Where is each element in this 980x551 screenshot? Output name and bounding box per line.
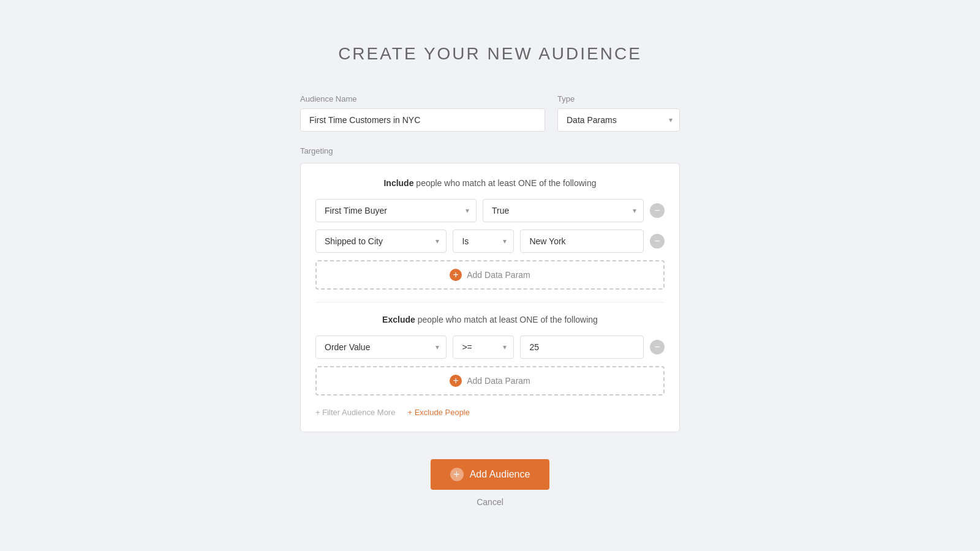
exclude-add-param-plus-icon: +: [450, 375, 462, 387]
include-section: Include people who match at least ONE of…: [315, 178, 665, 290]
include-row-1: First Time Buyer Shipped to City Order V…: [315, 199, 665, 222]
include-header-text: people who match at least ONE of the fol…: [416, 178, 596, 188]
exclude-row1-value-input[interactable]: [520, 335, 644, 359]
type-select[interactable]: Data Params Static List Dynamic: [557, 108, 680, 132]
exclude-row1-operator-select[interactable]: >= <= = > <: [453, 335, 514, 359]
type-select-wrapper: Data Params Static List Dynamic ▾: [557, 108, 680, 132]
exclude-people-link[interactable]: + Exclude People: [407, 408, 470, 417]
section-divider: [315, 302, 665, 302]
include-header: Include people who match at least ONE of…: [315, 178, 665, 188]
targeting-section: Targeting Include people who match at le…: [300, 146, 680, 432]
include-row1-operator-wrapper: True False ▾: [483, 199, 644, 222]
include-add-param-plus-icon: +: [450, 269, 462, 281]
exclude-row-1: Order Value First Time Buyer Shipped to …: [315, 335, 665, 359]
include-row2-remove-button[interactable]: −: [650, 234, 665, 249]
cancel-link[interactable]: Cancel: [477, 497, 503, 507]
audience-name-input[interactable]: [300, 108, 545, 132]
button-row: + Add Audience Cancel: [300, 444, 680, 507]
exclude-row1-operator-wrapper: >= <= = > < ▾: [453, 335, 514, 359]
exclude-row1-param-select[interactable]: Order Value First Time Buyer Shipped to …: [315, 335, 447, 359]
include-row1-operator-select[interactable]: True False: [483, 199, 644, 222]
page-container: CREATE YOUR NEW AUDIENCE Audience Name T…: [0, 7, 980, 544]
form-container: Audience Name Type Data Params Static Li…: [300, 94, 680, 507]
include-bold: Include: [383, 178, 413, 188]
include-row2-value-input[interactable]: [520, 230, 644, 253]
filter-links: + Filter Audience More + Exclude People: [315, 408, 665, 417]
exclude-row1-remove-button[interactable]: −: [650, 340, 665, 354]
targeting-label: Targeting: [300, 146, 680, 156]
targeting-box: Include people who match at least ONE of…: [300, 163, 680, 432]
audience-name-group: Audience Name: [300, 94, 545, 132]
page-title: CREATE YOUR NEW AUDIENCE: [338, 44, 642, 64]
include-row2-operator-wrapper: Is Is Not Contains ▾: [453, 230, 514, 253]
exclude-header: Exclude people who match at least ONE of…: [315, 315, 665, 324]
filter-audience-more-link[interactable]: + Filter Audience More: [315, 408, 395, 417]
include-add-param-button[interactable]: + Add Data Param: [315, 260, 665, 290]
include-row2-minus-icon: −: [654, 236, 660, 246]
exclude-bold: Exclude: [382, 315, 415, 324]
type-label: Type: [557, 94, 680, 103]
add-audience-plus-icon: +: [450, 468, 464, 481]
exclude-section: Exclude people who match at least ONE of…: [315, 315, 665, 395]
include-row2-param-wrapper: Shipped to City First Time Buyer Order V…: [315, 230, 447, 253]
add-audience-label: Add Audience: [470, 469, 530, 480]
include-row1-minus-icon: −: [654, 206, 660, 216]
include-row1-remove-button[interactable]: −: [650, 203, 665, 218]
exclude-header-text: people who match at least ONE of the fol…: [418, 315, 598, 324]
audience-name-label: Audience Name: [300, 94, 545, 103]
include-row2-param-select[interactable]: Shipped to City First Time Buyer Order V…: [315, 230, 447, 253]
name-type-row: Audience Name Type Data Params Static Li…: [300, 94, 680, 132]
include-add-param-label: Add Data Param: [467, 270, 530, 280]
type-group: Type Data Params Static List Dynamic ▾: [557, 94, 680, 132]
add-audience-button[interactable]: + Add Audience: [431, 459, 550, 490]
include-row1-param-select[interactable]: First Time Buyer Shipped to City Order V…: [315, 199, 477, 222]
exclude-row1-minus-icon: −: [654, 342, 660, 352]
include-row-2: Shipped to City First Time Buyer Order V…: [315, 230, 665, 253]
exclude-add-param-button[interactable]: + Add Data Param: [315, 366, 665, 395]
include-row2-operator-select[interactable]: Is Is Not Contains: [453, 230, 514, 253]
include-row1-param-wrapper: First Time Buyer Shipped to City Order V…: [315, 199, 477, 222]
exclude-row1-param-wrapper: Order Value First Time Buyer Shipped to …: [315, 335, 447, 359]
exclude-add-param-label: Add Data Param: [467, 376, 530, 386]
